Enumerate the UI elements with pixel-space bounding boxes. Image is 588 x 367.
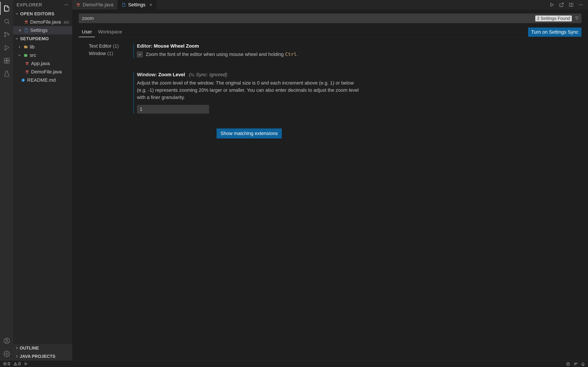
outline-section[interactable]: OUTLINE [13, 344, 72, 352]
setting-title: Window: Zoom Level ( Sync: Ignored) [137, 72, 575, 78]
nav-text-editor[interactable]: Text Editor (1) [89, 42, 133, 50]
zoom-level-input[interactable] [137, 105, 209, 114]
folder-open-icon [24, 53, 28, 58]
settings-sync-button[interactable]: Turn on Settings Sync [528, 27, 581, 37]
svg-text:i: i [23, 79, 23, 82]
open-editor-item[interactable]: DemoFile.java src [13, 18, 72, 26]
status-bar: 0 0 [0, 360, 588, 367]
settings-file-icon [122, 3, 126, 7]
tab-bar: DemoFile.java Settings [72, 0, 588, 10]
settings-list: Editor: Mouse Wheel Zoom Zoom the font o… [133, 42, 581, 360]
java-projects-section[interactable]: JAVA PROJECTS [13, 352, 72, 360]
sidebar-header: EXPLORER [13, 0, 72, 10]
checkbox[interactable] [137, 51, 143, 57]
svg-point-27 [575, 363, 576, 364]
nav-window[interactable]: Window (1) [89, 50, 133, 57]
file-tree: lib src App.java DemoFile.java i R [13, 43, 72, 84]
tree-file[interactable]: i README.md [13, 76, 72, 84]
settings-nav: Text Editor (1) Window (1) [79, 42, 133, 360]
activity-settings[interactable] [0, 347, 13, 360]
svg-point-17 [26, 70, 28, 71]
tab-settings[interactable]: Settings [118, 0, 157, 10]
settings-search-row: 2 Settings Found [79, 14, 581, 23]
svg-point-4 [5, 49, 6, 50]
open-editors-list: DemoFile.java src Settings [13, 18, 72, 34]
svg-point-1 [4, 32, 6, 33]
open-editor-label: Settings [30, 27, 48, 33]
chevron-down-icon [17, 53, 22, 57]
tree-folder[interactable]: lib [13, 43, 72, 51]
open-editor-desc: src [64, 20, 69, 25]
scope-user[interactable]: User [79, 27, 95, 37]
svg-point-20 [77, 3, 80, 4]
chevron-right-icon [17, 45, 22, 49]
open-editors-header[interactable]: OPEN EDITORS [13, 10, 72, 18]
settings-file-icon [24, 28, 28, 33]
scope-workspace[interactable]: Workspace [95, 27, 125, 37]
activity-explorer[interactable] [0, 2, 13, 15]
activity-scm[interactable] [0, 28, 13, 41]
svg-rect-8 [7, 58, 9, 60]
tree-folder[interactable]: src [13, 51, 72, 59]
java-file-icon [76, 3, 80, 7]
svg-point-22 [579, 5, 580, 5]
info-file-icon: i [21, 78, 25, 82]
svg-point-14 [67, 5, 68, 5]
svg-point-13 [66, 5, 67, 5]
svg-point-10 [6, 339, 8, 341]
svg-point-26 [15, 365, 16, 365]
activity-bar [0, 0, 13, 360]
svg-rect-5 [4, 58, 7, 60]
setting-mouse-wheel-zoom: Editor: Mouse Wheel Zoom Zoom the font o… [133, 42, 575, 63]
activity-extensions[interactable] [0, 54, 13, 67]
svg-point-12 [65, 5, 65, 5]
settings-found-count: 2 Settings Found [535, 16, 572, 21]
chevron-down-icon [15, 37, 19, 41]
settings-editor: 2 Settings Found User Workspace Turn on … [72, 10, 588, 360]
tree-file[interactable]: App.java [13, 59, 72, 68]
setting-description: Adjust the zoom level of the window. The… [137, 79, 364, 101]
svg-point-0 [5, 19, 9, 23]
workspace-header[interactable]: SETUPDEMO [13, 34, 72, 43]
setting-window-zoom-level: Window: Zoom Level ( Sync: Ignored) Adju… [133, 71, 575, 119]
status-feedback[interactable] [566, 362, 570, 366]
status-debug[interactable] [24, 362, 28, 366]
ellipsis-icon[interactable] [578, 2, 583, 7]
editor-group: DemoFile.java Settings [72, 0, 588, 360]
setting-title: Editor: Mouse Wheel Zoom [137, 43, 575, 49]
status-notifications[interactable] [581, 362, 585, 366]
filter-icon[interactable] [574, 16, 579, 21]
open-editor-item[interactable]: Settings [13, 26, 72, 34]
status-warnings[interactable]: 0 [14, 361, 21, 366]
open-changes-icon[interactable] [559, 2, 564, 7]
status-errors[interactable]: 0 [3, 361, 10, 366]
sidebar-title: EXPLORER [17, 2, 42, 8]
tab-demofile[interactable]: DemoFile.java [72, 0, 118, 10]
svg-rect-6 [4, 61, 7, 63]
tab-actions [545, 0, 588, 10]
svg-point-15 [25, 21, 27, 22]
activity-testing[interactable] [0, 67, 13, 80]
folder-icon [24, 45, 28, 49]
setting-description: Zoom the font of the editor when using m… [146, 51, 298, 58]
chevron-down-icon [15, 12, 19, 16]
split-editor-icon[interactable] [569, 2, 574, 7]
status-live-share[interactable] [574, 362, 578, 366]
activity-debug[interactable] [0, 41, 13, 54]
activity-search[interactable] [0, 15, 13, 28]
svg-point-16 [26, 62, 28, 63]
java-file-icon [25, 61, 29, 66]
close-icon[interactable] [17, 29, 22, 32]
java-file-icon [25, 70, 29, 74]
ellipsis-icon[interactable] [64, 2, 69, 7]
close-icon[interactable] [148, 3, 153, 7]
explorer-sidebar: EXPLORER OPEN EDITORS DemoFile.java src … [13, 0, 72, 360]
show-matching-extensions-button[interactable]: Show matching extensions [216, 128, 282, 139]
tree-file[interactable]: DemoFile.java [13, 68, 72, 76]
run-icon[interactable] [550, 2, 554, 7]
svg-point-23 [580, 5, 581, 5]
chevron-right-icon [15, 354, 19, 358]
activity-accounts[interactable] [0, 334, 13, 347]
settings-search-input[interactable] [79, 14, 581, 23]
open-editor-label: DemoFile.java [30, 19, 61, 25]
